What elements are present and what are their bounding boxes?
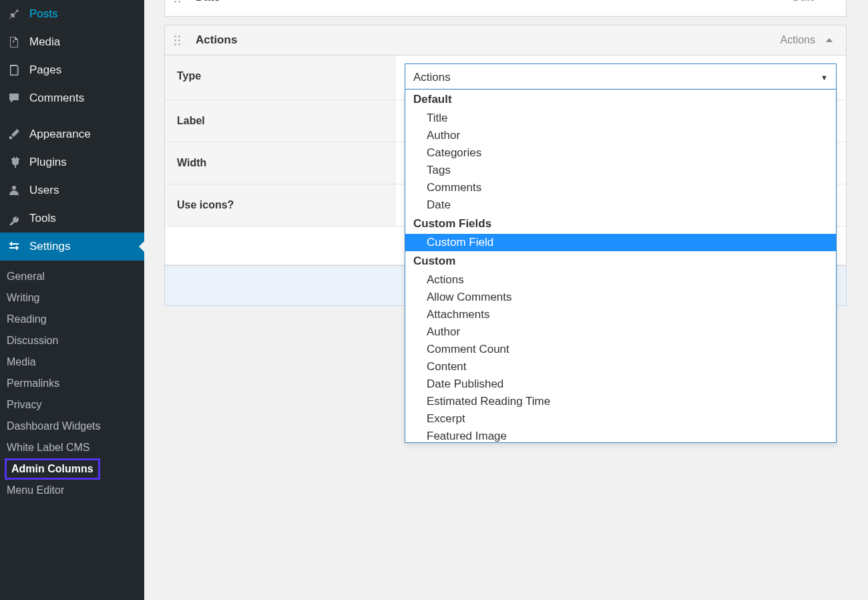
sidebar-item-pages[interactable]: Pages xyxy=(0,56,144,84)
sidebar-item-label: Appearance xyxy=(29,128,91,141)
submenu-item-reading[interactable]: Reading xyxy=(0,309,144,330)
dropdown-option-excerpt[interactable]: Excerpt xyxy=(405,410,836,428)
setting-label: Width xyxy=(165,142,395,184)
dropdown-option-title[interactable]: Title xyxy=(405,110,836,127)
setting-label: Label xyxy=(165,100,395,142)
dropdown-option-allow-comments[interactable]: Allow Comments xyxy=(405,289,836,306)
setting-row-type: Type Actions ▼ Default Title Author Cate… xyxy=(165,55,846,100)
dropdown-arrow-icon: ▼ xyxy=(821,73,828,82)
dropdown-group-custom-fields: Custom Fields xyxy=(405,214,836,234)
submenu-item-admin-columns[interactable]: Admin Columns xyxy=(5,458,100,480)
settings-submenu: General Writing Reading Discussion Media… xyxy=(0,261,144,506)
dropdown-option-tags[interactable]: Tags xyxy=(405,162,836,179)
dropdown-option-content[interactable]: Content xyxy=(405,358,836,376)
type-select[interactable]: Actions ▼ xyxy=(405,63,837,92)
sidebar-item-label: Users xyxy=(29,184,59,197)
sliders-icon xyxy=(7,239,21,254)
dropdown-group-default: Default xyxy=(405,90,836,110)
sidebar-item-media[interactable]: Media xyxy=(0,28,144,56)
sidebar-item-label: Pages xyxy=(29,63,61,77)
setting-label: Type xyxy=(165,55,395,100)
submenu-item-dashboard-widgets[interactable]: Dashboard Widgets xyxy=(0,416,144,437)
sidebar-item-label: Tools xyxy=(29,212,56,225)
column-badge: Date xyxy=(793,0,815,3)
brush-icon xyxy=(7,127,21,142)
setting-label-empty xyxy=(165,227,395,265)
setting-control-type: Actions ▼ Default Title Author Categorie… xyxy=(395,55,846,100)
column-row-date[interactable]: Date Date xyxy=(164,0,847,17)
column-badge: Actions xyxy=(781,34,815,46)
column-settings-panel: Type Actions ▼ Default Title Author Cate… xyxy=(164,55,847,266)
chevron-up-icon xyxy=(826,38,833,42)
column-title: Date xyxy=(196,0,793,4)
dropdown-group-custom: Custom xyxy=(405,251,836,271)
submenu-item-discussion[interactable]: Discussion xyxy=(0,330,144,351)
dropdown-option-featured-image[interactable]: Featured Image xyxy=(405,428,836,443)
dropdown-option-actions[interactable]: Actions xyxy=(405,271,836,289)
main-content: Date Date Actions Actions Type Actions xyxy=(144,0,868,306)
dropdown-option-categories[interactable]: Categories xyxy=(405,144,836,162)
svg-rect-0 xyxy=(11,65,17,75)
drag-handle-icon[interactable] xyxy=(174,35,184,45)
sidebar-item-label: Media xyxy=(29,35,60,49)
dropdown-option-comments[interactable]: Comments xyxy=(405,179,836,196)
column-row-actions[interactable]: Actions Actions xyxy=(164,25,847,55)
dropdown-option-date[interactable]: Date xyxy=(405,196,836,214)
dropdown-option-date-published[interactable]: Date Published xyxy=(405,376,836,393)
pin-icon xyxy=(7,7,21,21)
media-icon xyxy=(7,35,21,49)
drag-handle-icon[interactable] xyxy=(174,0,184,3)
submenu-item-white-label-cms[interactable]: White Label CMS xyxy=(0,437,144,458)
submenu-item-permalinks[interactable]: Permalinks xyxy=(0,373,144,394)
plug-icon xyxy=(7,155,21,170)
submenu-item-media[interactable]: Media xyxy=(0,351,144,373)
wrench-icon xyxy=(7,211,21,226)
sidebar-item-label: Plugins xyxy=(29,156,67,169)
user-icon xyxy=(7,183,21,198)
sidebar-item-users[interactable]: Users xyxy=(0,176,144,204)
submenu-item-privacy[interactable]: Privacy xyxy=(0,394,144,416)
sidebar-item-comments[interactable]: Comments xyxy=(0,84,144,112)
sidebar-item-tools[interactable]: Tools xyxy=(0,204,144,233)
dropdown-option-author[interactable]: Author xyxy=(405,127,836,144)
admin-sidebar: Posts Media Pages Comments Appearance Pl… xyxy=(0,0,144,600)
dropdown-option-estimated-reading-time[interactable]: Estimated Reading Time xyxy=(405,393,836,410)
sidebar-item-appearance[interactable]: Appearance xyxy=(0,120,144,148)
type-select-value: Actions xyxy=(413,71,451,84)
sidebar-item-label: Posts xyxy=(29,7,58,21)
submenu-item-general[interactable]: General xyxy=(0,266,144,287)
type-dropdown[interactable]: Default Title Author Categories Tags Com… xyxy=(405,89,837,443)
sidebar-item-posts[interactable]: Posts xyxy=(0,0,144,28)
setting-label: Use icons? xyxy=(165,184,395,226)
dropdown-option-attachments[interactable]: Attachments xyxy=(405,306,836,323)
sidebar-item-label: Settings xyxy=(29,240,70,253)
sidebar-item-plugins[interactable]: Plugins xyxy=(0,148,144,176)
dropdown-option-custom-field[interactable]: Custom Field xyxy=(405,234,836,251)
page-icon xyxy=(7,63,21,78)
submenu-item-menu-editor[interactable]: Menu Editor xyxy=(0,480,144,501)
dropdown-option-comment-count[interactable]: Comment Count xyxy=(405,341,836,358)
submenu-item-writing[interactable]: Writing xyxy=(0,287,144,309)
sidebar-item-settings[interactable]: Settings xyxy=(0,233,144,261)
dropdown-option-author-custom[interactable]: Author xyxy=(405,323,836,341)
comment-icon xyxy=(7,91,21,106)
column-title: Actions xyxy=(196,33,781,47)
sidebar-item-label: Comments xyxy=(29,92,84,105)
